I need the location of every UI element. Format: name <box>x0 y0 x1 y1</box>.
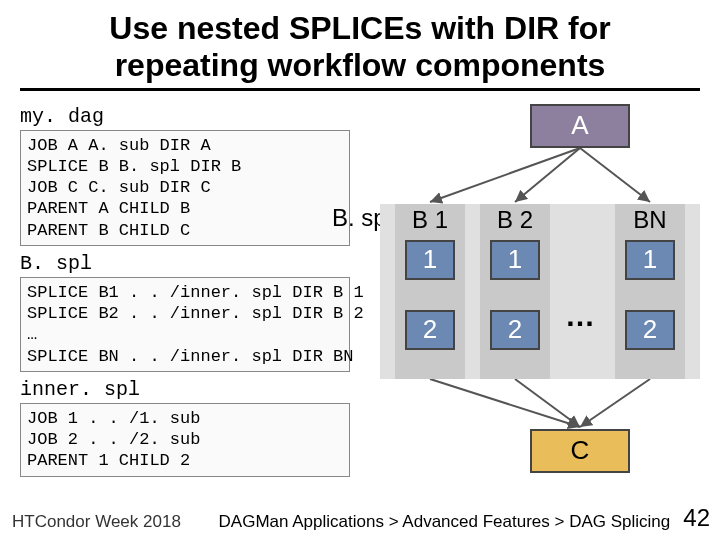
breadcrumb: DAGMan Applications > Advanced Features … <box>162 512 708 532</box>
node-c: C <box>530 429 630 473</box>
node-b1-1: 1 <box>405 240 455 280</box>
svg-line-7 <box>515 379 580 427</box>
file2-label: B. spl <box>20 252 350 275</box>
node-b2-2: 2 <box>490 310 540 350</box>
node-b2-1: 1 <box>490 240 540 280</box>
node-a: A <box>530 104 630 148</box>
svg-line-8 <box>580 379 650 427</box>
slide-content: my. dag JOB A A. sub DIR A SPLICE B B. s… <box>0 91 720 511</box>
node-bn-2: 2 <box>625 310 675 350</box>
subcol-b1: B 1 1 2 <box>395 204 465 379</box>
subcol-b2-label: B 2 <box>480 204 550 234</box>
dag-graph: A B. spl B 1 1 2 B 2 1 2 … BN 1 2 C <box>380 99 700 479</box>
subcol-bn-label: BN <box>615 204 685 234</box>
subcol-b2: B 2 1 2 <box>480 204 550 379</box>
footer: HTCondor Week 2018 42 DAGMan Application… <box>0 512 720 532</box>
node-bn-1: 1 <box>625 240 675 280</box>
code-column: my. dag JOB A A. sub DIR A SPLICE B B. s… <box>20 99 350 477</box>
footer-left: HTCondor Week 2018 <box>12 512 181 532</box>
slide-title: Use nested SPLICEs with DIR for repeatin… <box>20 0 700 91</box>
svg-line-0 <box>430 148 580 202</box>
svg-line-6 <box>430 379 580 427</box>
file1-code: JOB A A. sub DIR A SPLICE B B. spl DIR B… <box>20 130 350 246</box>
ellipsis: … <box>565 299 597 333</box>
file3-code: JOB 1 . . /1. sub JOB 2 . . /2. sub PARE… <box>20 403 350 477</box>
subcol-bn: BN 1 2 <box>615 204 685 379</box>
file2-code: SPLICE B1 . . /inner. spl DIR B 1 SPLICE… <box>20 277 350 372</box>
file1-label: my. dag <box>20 105 350 128</box>
node-b1-2: 2 <box>405 310 455 350</box>
svg-line-2 <box>580 148 650 202</box>
svg-line-1 <box>515 148 580 202</box>
file3-label: inner. spl <box>20 378 350 401</box>
slide-number: 42 <box>683 504 710 532</box>
bspl-container: B 1 1 2 B 2 1 2 … BN 1 2 <box>380 204 700 379</box>
subcol-b1-label: B 1 <box>395 204 465 234</box>
